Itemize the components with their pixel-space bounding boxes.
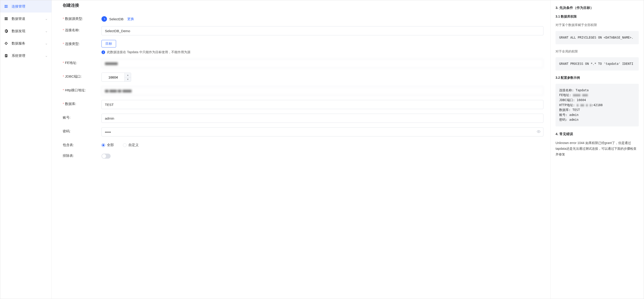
port-step-up[interactable]: ▲ xyxy=(125,73,131,77)
label-exclude: 排除表: xyxy=(63,152,102,158)
svg-rect-3 xyxy=(7,5,8,6)
page-title: 创建连接 xyxy=(63,3,544,8)
help-section-3-title: 3. 先决条件（作为目标） xyxy=(556,5,639,11)
database-input[interactable] xyxy=(102,100,544,109)
sidebar-item-service[interactable]: 数据服务 ⌄ xyxy=(0,37,52,50)
jdbc-port-input[interactable] xyxy=(102,73,124,82)
change-ds-link[interactable]: 更换 xyxy=(127,17,134,21)
conn-name-input[interactable] xyxy=(102,26,544,35)
svg-rect-1 xyxy=(4,6,7,7)
port-step-down[interactable]: ▼ xyxy=(125,77,131,82)
sidebar-item-connection[interactable]: 连接管理 xyxy=(0,0,52,13)
layers-icon xyxy=(4,17,8,21)
gear-icon xyxy=(4,29,8,33)
help-desc-2: 对于全局的权限 xyxy=(556,49,639,54)
help-section-31-title: 3.1 数据库权限 xyxy=(556,14,639,20)
password-input[interactable] xyxy=(102,127,544,137)
help-error-text: Unknown error 1044 如果权限已经grant了，但是通过tapd… xyxy=(556,140,639,157)
chevron-down-icon: ⌄ xyxy=(45,17,48,21)
main-content: 创建连接 *数据源类型: SelectDB 更换 *连接名称: *连接类型: 目… xyxy=(52,0,550,299)
label-connname: *连接名称: xyxy=(63,26,102,33)
help-code-1: GRANT ALL PRIVILEGES ON <DATABASE_NAME>. xyxy=(556,31,639,44)
help-desc-1: 对于某个数据库赋于全部权限 xyxy=(556,22,639,28)
svg-rect-10 xyxy=(6,55,7,55)
selectdb-logo-icon xyxy=(102,16,107,22)
sidebar-item-label: 数据发现 xyxy=(12,29,25,33)
conn-type-target-button[interactable]: 目标 xyxy=(102,40,116,48)
radio-include-all[interactable]: 全部 xyxy=(102,143,114,147)
chevron-down-icon: ⌄ xyxy=(45,29,48,33)
svg-point-13 xyxy=(538,131,539,132)
help-example-block: 连接名称: Tapdata FE地址: ▮▮▮▮ ▮▮▮ JDBC端口: 166… xyxy=(556,84,639,126)
label-include: 包含表: xyxy=(63,141,102,147)
eye-icon[interactable] xyxy=(536,130,541,134)
svg-rect-5 xyxy=(7,7,8,8)
chevron-down-icon: ⌄ xyxy=(45,41,48,46)
tag-icon xyxy=(4,41,8,46)
clipboard-icon xyxy=(4,53,8,58)
help-section-32-title: 3.2 配置参数示例 xyxy=(556,75,639,81)
conn-type-hint: i 此数据连接在 Tapdata 中只能作为目标使用，不能作用为源 xyxy=(102,50,544,54)
svg-rect-4 xyxy=(7,6,8,7)
label-dstype: *数据源类型: xyxy=(63,15,102,21)
help-section-4-title: 4. 常见错误 xyxy=(556,131,639,137)
svg-rect-12 xyxy=(6,56,6,57)
svg-rect-2 xyxy=(4,7,7,8)
svg-rect-6 xyxy=(4,17,8,18)
fe-addr-input[interactable] xyxy=(102,59,544,68)
help-code-2: GRANT PROCESS ON *.* TO 'tapdata' IDENTI xyxy=(556,57,639,71)
sidebar-item-label: 系统管理 xyxy=(12,54,25,58)
svg-rect-7 xyxy=(4,19,8,19)
label-conntype: *连接类型: xyxy=(63,40,102,46)
label-account: 账号: xyxy=(63,114,102,120)
sidebar: 连接管理 数据管道 ⌄ 数据发现 ⌄ 数据服务 ⌄ xyxy=(0,0,52,299)
help-panel: 3. 先决条件（作为目标） 3.1 数据库权限 对于某个数据库赋于全部权限 GR… xyxy=(550,0,644,299)
sidebar-item-system[interactable]: 系统管理 ⌄ xyxy=(0,50,52,62)
svg-rect-0 xyxy=(4,5,7,6)
label-password: 密码: xyxy=(63,127,102,134)
sidebar-item-discovery[interactable]: 数据发现 ⌄ xyxy=(0,25,52,37)
svg-rect-11 xyxy=(6,56,7,56)
account-input[interactable] xyxy=(102,114,544,123)
exclude-tables-switch[interactable] xyxy=(102,154,110,159)
http-addr-input[interactable] xyxy=(102,86,544,95)
info-icon: i xyxy=(102,51,105,54)
label-httpaddr: *Http接口地址: xyxy=(63,86,102,92)
sidebar-item-label: 数据管道 xyxy=(12,17,25,21)
sidebar-item-label: 连接管理 xyxy=(12,4,25,9)
svg-rect-8 xyxy=(4,20,8,20)
sidebar-item-label: 数据服务 xyxy=(12,41,25,46)
label-database: *数据库: xyxy=(63,100,102,106)
sidebar-item-pipeline[interactable]: 数据管道 ⌄ xyxy=(0,13,52,25)
label-jdbcport: *JDBC端口: xyxy=(63,73,102,79)
chevron-down-icon: ⌄ xyxy=(45,54,48,58)
radio-include-custom[interactable]: 自定义 xyxy=(123,143,139,147)
label-feaddr: *FE地址: xyxy=(63,59,102,65)
list-icon xyxy=(4,4,8,9)
ds-name: SelectDB xyxy=(109,17,124,21)
